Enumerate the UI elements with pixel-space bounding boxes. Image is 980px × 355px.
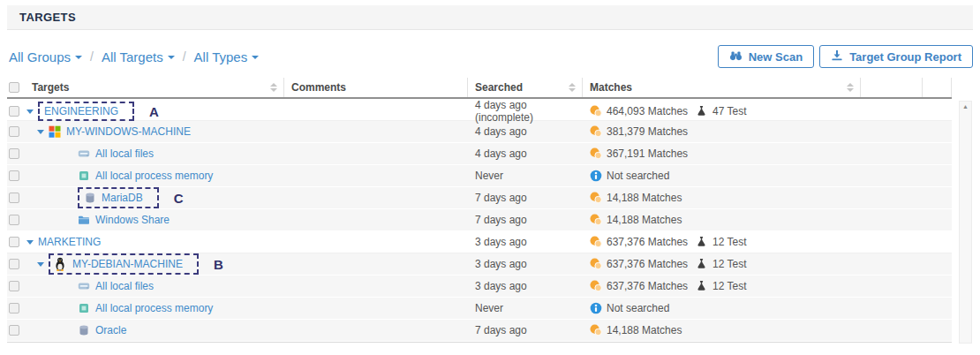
target-name-link[interactable]: ENGINEERING: [44, 105, 118, 117]
not-searched-group: Not searched: [590, 302, 669, 314]
matches-count: 637,376 Matches: [607, 258, 688, 270]
page-title: TARGETS: [19, 11, 76, 24]
matches-count: 367,191 Matches: [607, 147, 688, 160]
row-checkbox[interactable]: [9, 126, 19, 137]
searched-cell: 3 days ago: [468, 236, 583, 248]
row-checkbox-cell: [7, 303, 25, 313]
table-row: All local process memory Never Not searc…: [7, 298, 952, 320]
table-row: MY-DEBIAN-MACHINE B 3 days ago 637,376 M…: [7, 253, 952, 276]
sort-icon: [270, 83, 277, 92]
row-checkbox[interactable]: [9, 170, 19, 181]
not-searched-text: Not searched: [607, 302, 669, 314]
test-group: 47 Test: [696, 105, 746, 117]
target-group-report-button[interactable]: Target Group Report: [819, 45, 973, 68]
row-checkbox[interactable]: [9, 303, 19, 313]
target-cell: All local files: [25, 279, 284, 293]
column-header-targets[interactable]: Targets: [25, 78, 284, 97]
row-checkbox-cell: [7, 215, 25, 225]
target-name-link[interactable]: MARKETING: [38, 236, 101, 248]
matches-count: 381,379 Matches: [607, 125, 688, 138]
target-cell: MARKETING: [25, 236, 284, 248]
row-checkbox[interactable]: [9, 237, 19, 247]
matches-group: 367,191 Matches: [590, 147, 688, 160]
database-icon: [78, 323, 91, 337]
target-wrap: ENGINEERING: [38, 102, 134, 121]
row-checkbox[interactable]: [9, 325, 19, 336]
info-icon: [590, 302, 602, 314]
target-name-link[interactable]: MariaDB: [102, 192, 143, 204]
column-header-matches[interactable]: Matches: [583, 78, 861, 97]
searched-cell: Never: [468, 302, 583, 314]
row-checkbox[interactable]: [9, 259, 19, 269]
match-pie-icon: [590, 147, 602, 160]
column-header-searched[interactable]: Searched: [468, 78, 583, 97]
row-checkbox-cell: [7, 148, 25, 159]
matches-cell: 464,093 Matches 47 Test: [583, 105, 861, 117]
table-row: All local files 4 days ago 367,191 Match…: [7, 143, 952, 165]
scroll-up-arrow[interactable]: ▲: [960, 102, 971, 112]
sort-icon: [847, 83, 854, 92]
row-checkbox-cell: [7, 126, 25, 137]
match-pie-icon: [590, 280, 602, 292]
annotation-label: B: [214, 257, 223, 272]
row-checkbox-cell: [7, 106, 25, 117]
searched-cell: Never: [468, 170, 583, 182]
expand-caret-icon[interactable]: [37, 130, 44, 134]
chevron-down-icon: [75, 56, 82, 59]
target-name-link[interactable]: MY-WINDOWS-MACHINE: [66, 125, 191, 138]
table-row: ENGINEERING A 4 days ago (incomplete) 46…: [7, 99, 952, 121]
target-name-link[interactable]: All local files: [95, 147, 154, 160]
target-cell: MY-WINDOWS-MACHINE: [25, 125, 284, 139]
filter-all-targets[interactable]: All Targets: [102, 49, 175, 64]
test-group: 12 Test: [696, 258, 746, 270]
matches-count: 14,188 Matches: [607, 324, 682, 336]
row-checkbox[interactable]: [9, 148, 19, 159]
matches-count: 14,188 Matches: [607, 192, 682, 204]
expand-caret-icon[interactable]: [37, 262, 44, 267]
test-flask-icon: [696, 280, 708, 292]
matches-group: 14,188 Matches: [590, 324, 682, 336]
target-name-link[interactable]: MY-DEBIAN-MACHINE: [72, 258, 183, 270]
expand-caret-icon[interactable]: [26, 240, 34, 245]
target-name-link[interactable]: Oracle: [95, 324, 126, 336]
target-cell: Windows Share: [25, 213, 284, 227]
filter-all-types[interactable]: All Types: [194, 49, 260, 64]
database-icon: [84, 191, 97, 205]
test-group: 12 Test: [696, 236, 746, 248]
matches-cell: 367,191 Matches: [583, 147, 861, 160]
searched-cell: 7 days ago: [468, 214, 583, 226]
matches-group: 14,188 Matches: [590, 214, 682, 226]
linux-tux-icon: [55, 257, 68, 271]
match-pie-icon: [590, 258, 602, 270]
target-cell: All local process memory: [25, 169, 284, 183]
test-group: 12 Test: [696, 280, 746, 292]
row-checkbox[interactable]: [9, 281, 19, 291]
match-pie-icon: [590, 324, 602, 336]
new-scan-button[interactable]: New Scan: [718, 45, 814, 68]
target-name-link[interactable]: All local process memory: [95, 170, 213, 182]
test-count: 12 Test: [712, 258, 746, 270]
breadcrumb-separator: /: [90, 49, 94, 64]
expand-caret-icon[interactable]: [26, 110, 34, 114]
target-wrap: All local process memory: [78, 301, 213, 315]
matches-count: 637,376 Matches: [607, 236, 688, 248]
matches-cell: 381,379 Matches: [583, 125, 861, 138]
matches-count: 14,188 Matches: [607, 214, 682, 226]
row-checkbox[interactable]: [9, 215, 19, 225]
row-checkbox[interactable]: [9, 193, 19, 203]
target-name-link[interactable]: Windows Share: [95, 214, 170, 226]
target-cell: MariaDB C: [25, 190, 284, 206]
filter-all-groups[interactable]: All Groups: [9, 49, 82, 64]
row-checkbox[interactable]: [9, 106, 19, 117]
folder-icon: [78, 213, 91, 227]
target-name-link[interactable]: All local process memory: [95, 302, 213, 314]
select-all-checkbox[interactable]: [9, 82, 19, 93]
column-header-comments[interactable]: Comments: [284, 78, 468, 97]
vertical-scrollbar[interactable]: ▲: [959, 101, 972, 344]
column-header-empty-1: [861, 78, 923, 97]
target-name-link[interactable]: All local files: [95, 280, 154, 292]
match-pie-icon: [590, 214, 602, 226]
table-row: Oracle 7 days ago 14,188 Matches: [7, 320, 952, 342]
table-row: MariaDB C 7 days ago 14,188 Matches: [7, 187, 952, 209]
test-count: 12 Test: [712, 280, 746, 292]
